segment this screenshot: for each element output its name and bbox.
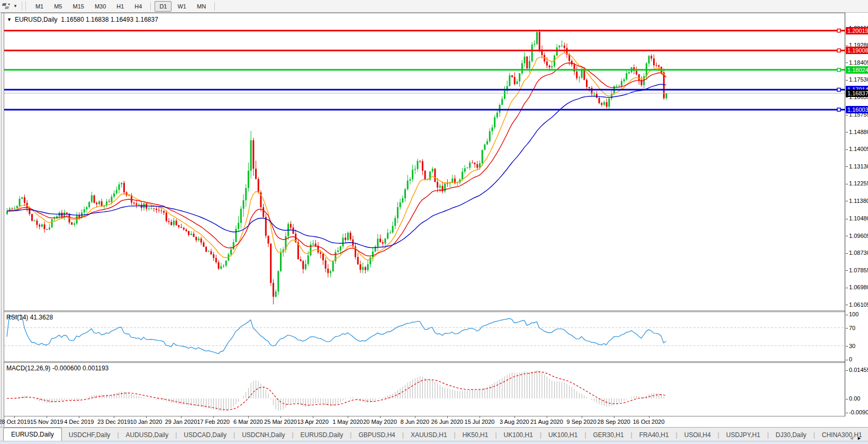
price-tick: 1.14880 (846, 129, 868, 135)
macd-pane[interactable] (4, 363, 845, 416)
toolbar-separator (150, 2, 151, 11)
timeframe-button-d1[interactable]: D1 (155, 1, 171, 12)
chart-tab-eurusd-daily[interactable]: EURUSD,Daily (3, 428, 62, 441)
macd-histogram (7, 370, 667, 411)
price-pane[interactable] (4, 13, 845, 310)
price-badge-1.19008: 1.19008 (846, 47, 868, 54)
date-label: 29 Jan 2020 (165, 419, 197, 425)
pane-separator-1a[interactable] (4, 310, 868, 311)
chart-tabbar: EURUSD,DailyUSDCHF,Daily|AUDUSD,Daily|US… (0, 427, 868, 441)
price-tick: 1.18405 (846, 59, 868, 66)
rsi-pane[interactable] (4, 312, 845, 361)
rsi-axis-tick: 100 (846, 311, 858, 317)
date-tick (248, 416, 249, 418)
chart-tab-xauusd-h1[interactable]: XAUUSD,H1 (404, 429, 454, 441)
date-axis[interactable]: 28 Oct 201915 Nov 20194 Dec 201923 Dec 2… (4, 416, 868, 427)
current-price-badge: 1.16837 (846, 90, 868, 97)
date-label: 3 Aug 2020 (500, 419, 529, 425)
price-tick: 1.07855 (846, 267, 868, 273)
timeframe-button-m5[interactable]: M5 (49, 1, 67, 12)
date-tick (146, 416, 147, 418)
rsi-value: 41.3628 (30, 314, 53, 321)
date-label: 28 Sep 2020 (598, 419, 630, 425)
status-strip (0, 441, 868, 444)
chart-tab-dj30-daily[interactable]: DJ30,Daily (769, 429, 813, 441)
date-label: 9 Sep 2020 (567, 419, 596, 425)
date-label: 4 Dec 2019 (64, 419, 94, 425)
macd-chart-svg (4, 363, 845, 416)
timeframe-button-m1[interactable]: M1 (31, 1, 48, 12)
date-tick (514, 416, 515, 418)
hline-handle-1.16003[interactable] (837, 108, 840, 111)
hline-handle-1.19008[interactable] (837, 49, 840, 52)
date-tick (313, 416, 313, 418)
price-axis[interactable]: 1.201551.192801.184051.175301.166551.157… (845, 13, 868, 416)
ohlc-high: 1.16838 (86, 16, 108, 23)
rsi-axis-tick: 30 (846, 343, 855, 349)
timeframe-button-h1[interactable]: H1 (112, 1, 129, 12)
moving-average-ma-fast (7, 53, 666, 261)
ohlc-low: 1.16493 (111, 16, 133, 23)
charts-toolbar-icon[interactable] (2, 2, 13, 11)
chart-title: ▼EURUSD,Daily 1.16580 1.16838 1.16493 1.… (7, 16, 158, 23)
price-badge-1.20019: 1.20019 (846, 27, 868, 34)
date-label: 25 Mar 2020 (264, 419, 297, 425)
date-tick (480, 416, 480, 418)
date-label: 17 Feb 2020 (197, 419, 230, 425)
chart-tab-usdjpy-h1[interactable]: USDJPY,H1 (719, 429, 767, 441)
chart-tab-usdcad-daily[interactable]: USDCAD,Daily (177, 429, 233, 441)
date-tick (181, 416, 182, 418)
date-tick (614, 416, 614, 418)
date-label: 15 Jul 2020 (465, 419, 495, 425)
tab-scroll-right-icon[interactable]: ► (857, 436, 865, 441)
date-label: 20 May 2020 (363, 419, 397, 425)
price-tick: 1.10480 (846, 215, 868, 221)
date-label: 16 Oct 2020 (633, 419, 665, 425)
price-tick: 1.08730 (846, 250, 868, 256)
date-tick (447, 416, 448, 418)
tab-scroll-left-icon[interactable]: ◄ (849, 436, 857, 441)
price-tick: 1.11380 (846, 198, 868, 204)
price-badge-1.18024: 1.18024 (846, 66, 868, 74)
chart-tab-hk50-h1[interactable]: HK50,H1 (456, 429, 495, 441)
chart-tab-usoil-h4[interactable]: USOil,H4 (677, 429, 718, 441)
hline-handle-1.18024[interactable] (837, 68, 840, 72)
chart-tab-uk100-h1[interactable]: UK100,H1 (497, 429, 540, 441)
chart-tab-usdcnh-daily[interactable]: USDCNH,Daily (235, 429, 292, 441)
chart-tab-usdchf-daily[interactable]: USDCHF,Daily (62, 429, 117, 441)
collapse-caret-icon[interactable]: ▼ (7, 17, 12, 22)
rsi-axis-tick: 0 (846, 356, 852, 362)
macd-values: -0.000600 0.001193 (52, 365, 109, 372)
macd-signal-line (7, 372, 666, 410)
date-tick (380, 416, 381, 418)
date-tick (114, 416, 114, 418)
timeframe-button-w1[interactable]: W1 (173, 1, 191, 12)
price-badge-1.16003: 1.16003 (846, 106, 868, 113)
rsi-label: RSI(14) 41.3628 (6, 314, 53, 321)
timeframe-button-mn[interactable]: MN (192, 1, 211, 12)
pane-separator-2a[interactable] (4, 361, 868, 362)
timeframe-button-h4[interactable]: H4 (130, 1, 147, 12)
chart-tab-audusd-daily[interactable]: AUDUSD,Daily (119, 429, 176, 441)
toolbar-dropdown-caret[interactable]: ▼ (13, 4, 17, 8)
hline-handle-1.17014[interactable] (837, 88, 840, 91)
chart-tab-gbpusd-h4[interactable]: GBPUSD,H4 (351, 429, 402, 441)
macd-axis-tick: -0.009001 (846, 409, 868, 415)
hline-handle-1.20019[interactable] (837, 29, 840, 32)
timeframe-buttons: M1M5M15M30H1H4D1W1MN (30, 1, 218, 12)
chart-tab-eurusd-daily[interactable]: EURUSD,Daily (294, 429, 350, 441)
timeframe-button-m15[interactable]: M15 (68, 1, 88, 12)
toolbar-grip[interactable] (22, 2, 26, 11)
chart-tab-ger30-h1[interactable]: GER30,H1 (586, 429, 631, 441)
chart-tab-uk100-h1[interactable]: UK100,H1 (541, 429, 584, 441)
date-tick (281, 416, 281, 418)
date-label: 13 Apr 2020 (297, 419, 328, 425)
chart-tab-fra40-h1[interactable]: FRA40,H1 (632, 429, 676, 441)
price-tick: 1.06105 (846, 301, 868, 308)
timeframe-button-m30[interactable]: M30 (90, 1, 111, 12)
date-tick (649, 416, 649, 418)
date-tick (415, 416, 415, 418)
toolbar-separator (214, 2, 215, 11)
price-tick: 1.06980 (846, 284, 868, 290)
date-tick (47, 416, 47, 418)
